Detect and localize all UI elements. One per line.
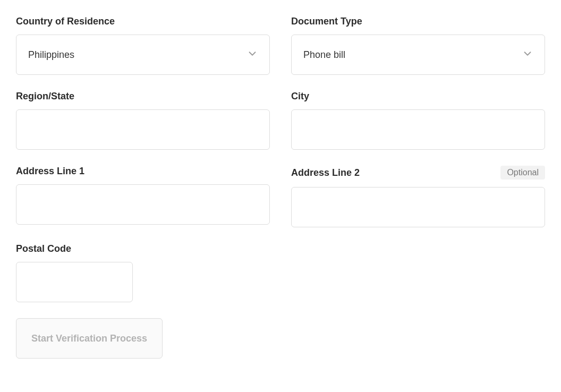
postal-code-label: Postal Code: [16, 243, 71, 254]
verification-form: Country of Residence Philippines Documen…: [16, 16, 545, 359]
city-label: City: [291, 91, 309, 102]
postal-code-group: Postal Code: [16, 243, 133, 302]
optional-badge: Optional: [500, 166, 545, 180]
city-input[interactable]: [291, 109, 545, 150]
start-verification-button[interactable]: Start Verification Process: [16, 318, 163, 359]
document-type-group: Document Type Phone bill: [291, 16, 545, 75]
region-group: Region/State: [16, 91, 270, 150]
country-value: Philippines: [28, 49, 74, 61]
region-input[interactable]: [16, 109, 270, 150]
form-row: Postal Code: [16, 243, 545, 302]
city-group: City: [291, 91, 545, 150]
address1-group: Address Line 1: [16, 166, 270, 227]
address1-label: Address Line 1: [16, 166, 84, 177]
document-type-value: Phone bill: [303, 49, 345, 61]
spacer: [154, 243, 545, 302]
postal-code-input[interactable]: [16, 262, 133, 302]
country-select-wrapper: Philippines: [16, 35, 270, 75]
document-type-select[interactable]: Phone bill: [291, 35, 545, 75]
region-label: Region/State: [16, 91, 74, 102]
submit-row: Start Verification Process: [16, 318, 545, 359]
document-type-label: Document Type: [291, 16, 362, 27]
address2-label: Address Line 2: [291, 167, 360, 178]
country-select[interactable]: Philippines: [16, 35, 270, 75]
document-type-select-wrapper: Phone bill: [291, 35, 545, 75]
country-label: Country of Residence: [16, 16, 115, 27]
form-row: Address Line 1 Address Line 2 Optional: [16, 166, 545, 227]
country-group: Country of Residence Philippines: [16, 16, 270, 75]
address1-input[interactable]: [16, 184, 270, 225]
address2-group: Address Line 2 Optional: [291, 166, 545, 227]
address2-input[interactable]: [291, 187, 545, 227]
form-row: Country of Residence Philippines Documen…: [16, 16, 545, 75]
form-row: Region/State City: [16, 91, 545, 150]
